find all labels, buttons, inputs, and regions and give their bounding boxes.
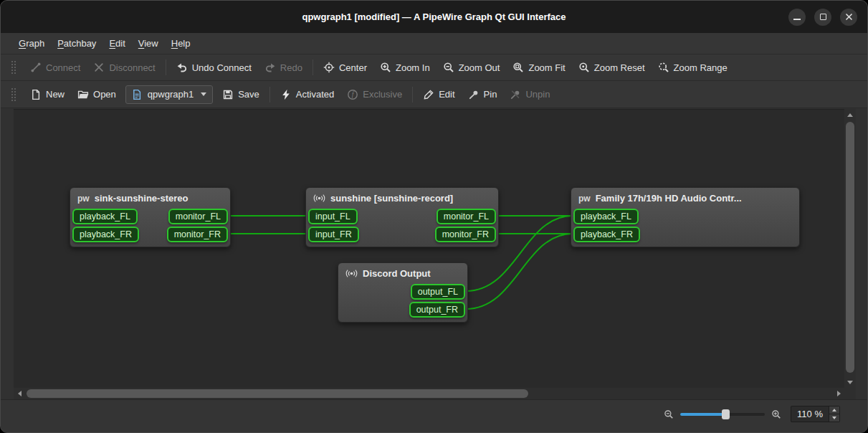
graph-node-sink-sunshine-stereo[interactable]: pw sink-sunshine-stereo playback_FL moni… [70,187,231,247]
port-input[interactable]: playback_FL [72,209,138,224]
unpin-button[interactable]: Unpin [503,85,556,104]
zoom-in-icon [771,409,781,419]
zoom-out-label: Zoom Out [459,62,500,73]
port-input[interactable]: input_FR [308,227,359,242]
port-input[interactable]: input_FL [308,209,358,224]
graph-node-sunshine[interactable]: sunshine [sunshine-record] input_FL moni… [305,187,499,247]
port-output[interactable]: output_FL [411,284,465,300]
port-row: input_FR monitor_FR [306,227,498,242]
edit-label: Edit [439,89,454,100]
window-title: qpwgraph1 [modified] — A PipeWire Graph … [302,11,566,22]
zoom-range-button[interactable]: Zoom Range [652,58,734,77]
node-header[interactable]: pw Family 17h/19h HD Audio Contr... [571,188,799,209]
node-title: Discord Output [363,268,431,279]
disconnect-label: Disconnect [109,62,155,73]
speaker-icon [313,193,325,204]
open-button[interactable]: Open [71,85,123,104]
toolbar-grip[interactable] [11,87,16,102]
port-input[interactable]: playback_FR [573,227,640,242]
port-output[interactable]: output_FR [409,302,465,318]
patchbay-file-icon [131,89,143,100]
new-button[interactable]: New [24,85,71,104]
graph-canvas[interactable]: pw sink-sunshine-stereo playback_FL moni… [14,109,844,388]
svg-text:f: f [352,91,355,98]
spin-down-button[interactable] [829,414,839,422]
toolbar-separator [412,87,413,103]
zoom-out-button[interactable]: Zoom Out [437,58,507,77]
spin-up-button[interactable] [829,406,839,414]
zoom-in-label: Zoom In [396,62,430,73]
zoom-in-button[interactable]: Zoom In [373,58,437,77]
zoom-reset-icon [578,62,590,73]
undo-icon [176,62,188,73]
zoom-fit-button[interactable]: Zoom Fit [506,58,571,77]
node-header[interactable]: Discord Output [338,263,467,284]
menu-help[interactable]: Help [165,34,197,52]
exclusive-button[interactable]: f Exclusive [340,85,409,104]
titlebar[interactable]: qpwgraph1 [modified] — A PipeWire Graph … [1,1,867,33]
horizontal-scrollbar-thumb[interactable] [27,389,528,398]
toolbar-grip[interactable] [11,60,16,75]
disconnect-button[interactable]: Disconnect [87,58,161,77]
scroll-left-button[interactable] [14,388,25,399]
port-output[interactable]: monitor_FR [435,227,496,242]
activated-button[interactable]: Activated [274,85,340,104]
port-row: input_FL monitor_FL [306,209,498,224]
node-title: sink-sunshine-stereo [95,193,189,204]
patchbay-file-combobox[interactable]: qpwgraph1 [125,85,213,104]
save-label: Save [238,89,259,100]
port-input[interactable]: playback_FR [72,227,139,242]
center-button[interactable]: Center [317,58,373,77]
port-input[interactable]: playback_FL [573,209,639,224]
node-header[interactable]: sunshine [sunshine-record] [306,188,498,209]
menu-patchbay[interactable]: Patchbay [51,34,102,52]
port-row: playback_FL [571,209,799,224]
maximize-icon [820,14,826,20]
port-row: playback_FL monitor_FL [70,209,230,224]
port-output[interactable]: monitor_FL [437,209,496,224]
pin-label: Pin [484,89,497,100]
graph-node-discord-output[interactable]: Discord Output output_FL output_FR [338,262,468,323]
menu-graph[interactable]: Graph [12,34,51,52]
menu-view[interactable]: View [132,34,165,52]
zoom-range-icon [658,62,669,73]
close-button[interactable] [840,9,857,26]
central-area: pw sink-sunshine-stereo playback_FL moni… [1,108,867,399]
redo-button[interactable]: Redo [258,58,309,77]
zoom-slider[interactable] [680,409,765,420]
pipewire-icon: pw [578,194,591,204]
zoom-reset-button[interactable]: Zoom Reset [572,58,652,77]
menu-edit[interactable]: Edit [102,34,131,52]
maximize-button[interactable] [814,9,831,26]
undo-connect-button[interactable]: Undo Connect [170,58,258,77]
vertical-scrollbar[interactable] [844,109,856,388]
edit-button[interactable]: Edit [416,85,461,104]
pin-button[interactable]: Pin [462,85,504,104]
vertical-scrollbar-thumb[interactable] [846,122,854,373]
zoom-value[interactable]: 110 % [791,406,829,422]
toolbar-separator [270,87,270,103]
close-icon [845,13,853,21]
graph-node-family-audio[interactable]: pw Family 17h/19h HD Audio Contr... play… [571,187,800,247]
node-header[interactable]: pw sink-sunshine-stereo [70,188,230,209]
connect-icon [30,62,42,73]
port-row: output_FR [338,302,467,318]
scroll-down-button[interactable] [844,376,856,388]
port-output[interactable]: monitor_FR [167,227,228,242]
redo-icon [264,62,276,73]
app-window: qpwgraph1 [modified] — A PipeWire Graph … [0,0,868,433]
open-folder-icon [77,89,89,100]
pipewire-icon: pw [77,194,90,204]
window-controls [788,9,857,26]
scroll-right-button[interactable] [833,388,844,399]
connect-button[interactable]: Connect [24,58,87,77]
minimize-button[interactable] [788,9,806,26]
port-output[interactable]: monitor_FL [168,209,228,224]
save-button[interactable]: Save [216,85,266,104]
zoom-slider-handle[interactable] [722,409,730,419]
exclusive-icon: f [347,89,358,100]
horizontal-scrollbar[interactable] [14,388,844,399]
minimize-icon [793,19,801,20]
zoom-spinbox[interactable]: 110 % [791,406,840,422]
scroll-up-button[interactable] [844,109,856,120]
